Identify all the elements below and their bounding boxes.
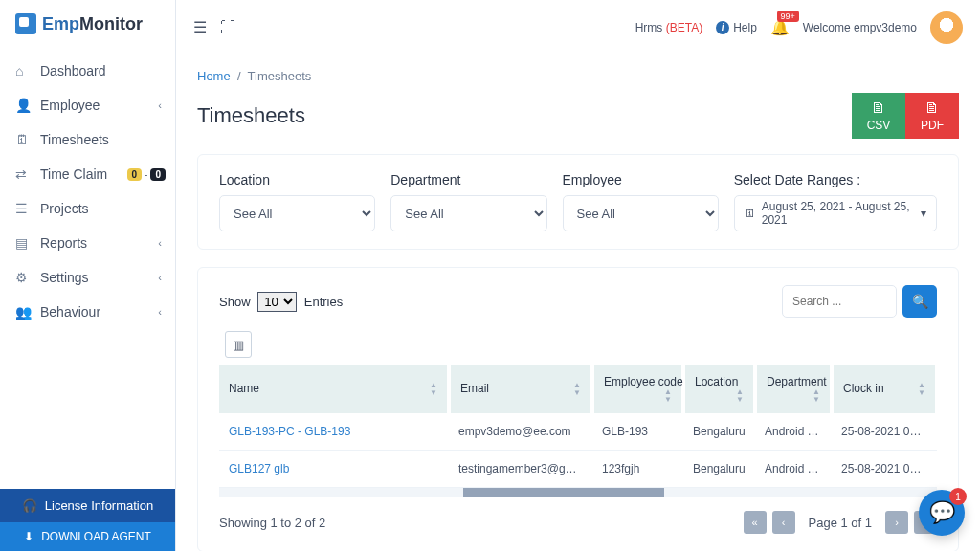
sort-icon: ▲▼ bbox=[918, 382, 925, 397]
filter-department: Department See All bbox=[390, 172, 546, 231]
notification-badge: 99+ bbox=[777, 11, 799, 22]
filters-card: Location See All Department See All Empl… bbox=[197, 154, 959, 250]
cell-code: 123fgjh bbox=[592, 451, 683, 488]
sidebar-item-reports[interactable]: ▤Reports‹ bbox=[0, 226, 175, 260]
employee-link[interactable]: GLB-193-PC - GLB-193 bbox=[229, 425, 350, 438]
sidebar-item-time-claim[interactable]: ⇄Time Claim0-0 bbox=[0, 157, 175, 191]
notification-bell[interactable]: 🔔 99+ bbox=[770, 18, 790, 36]
nav-label: Timesheets bbox=[40, 132, 109, 147]
column-header[interactable]: Clock in▲▼ bbox=[832, 365, 937, 413]
sort-icon: ▲▼ bbox=[573, 382, 581, 397]
nav-icon: ⌂ bbox=[15, 63, 31, 78]
nav-label: Employee bbox=[40, 98, 100, 113]
chevron-left-icon: ‹ bbox=[158, 99, 162, 111]
chevron-down-icon: ▾ bbox=[921, 207, 926, 220]
chevron-left-icon: ‹ bbox=[158, 306, 162, 318]
table-wrap: Name▲▼Email▲▼Employee code▲▼Location▲▼De… bbox=[219, 365, 937, 497]
pager-first[interactable]: « bbox=[744, 511, 767, 534]
cell-location: Bengaluru bbox=[683, 413, 755, 451]
page-size-select[interactable]: 10 bbox=[257, 292, 297, 312]
brand-text-monitor: Monitor bbox=[79, 14, 143, 33]
chevron-left-icon: ‹ bbox=[158, 272, 162, 283]
file-icon: 🗎 bbox=[924, 99, 940, 117]
calendar-icon: 🗓 bbox=[745, 207, 756, 220]
menu-toggle-icon[interactable]: ☰ bbox=[193, 18, 207, 36]
download-icon: ⬇ bbox=[24, 530, 33, 543]
employee-link[interactable]: GLB127 glb bbox=[229, 462, 289, 475]
filter-employee-select[interactable]: See All bbox=[563, 195, 719, 231]
column-header[interactable]: Email▲▼ bbox=[449, 365, 592, 413]
date-range-picker[interactable]: 🗓 August 25, 2021 - August 25, 2021 ▾ bbox=[734, 195, 937, 231]
license-info-button[interactable]: 🎧 License Information bbox=[0, 489, 175, 522]
filter-employee: Employee See All bbox=[563, 172, 719, 231]
nav-icon: ▤ bbox=[15, 235, 31, 251]
filter-department-select[interactable]: See All bbox=[390, 195, 546, 231]
chat-badge: 1 bbox=[949, 488, 967, 505]
sort-icon: ▲▼ bbox=[664, 388, 672, 404]
column-header[interactable]: Employee code▲▼ bbox=[592, 365, 683, 413]
column-header[interactable]: Location▲▼ bbox=[683, 365, 755, 413]
sidebar-item-settings[interactable]: ⚙Settings‹ bbox=[0, 260, 175, 295]
nav-icon: ⚙ bbox=[15, 270, 31, 285]
sidebar-item-employee[interactable]: 👤Employee‹ bbox=[0, 88, 175, 122]
export-buttons: 🗎 CSV 🗎 PDF bbox=[852, 93, 959, 139]
nav-label: Time Claim bbox=[40, 166, 107, 182]
filter-location-label: Location bbox=[219, 172, 375, 187]
nav-icon: ☰ bbox=[15, 201, 31, 216]
hrms-link[interactable]: Hrms (BETA) bbox=[635, 21, 702, 34]
pager-next[interactable]: › bbox=[885, 511, 908, 534]
table-row: GLB127 glbtestingamember3@gmail.com123fg… bbox=[219, 451, 937, 488]
nav-icon: 🗓 bbox=[15, 132, 31, 147]
filter-department-label: Department bbox=[390, 172, 546, 187]
nav-label: Behaviour bbox=[40, 304, 100, 320]
page-title: Timesheets bbox=[197, 103, 852, 128]
column-header[interactable]: Department▲▼ bbox=[755, 365, 832, 413]
list-card: Show 10 Entries 🔍 ▥ bbox=[197, 267, 959, 551]
welcome-text: Welcome empv3demo bbox=[803, 21, 917, 34]
table-row: GLB-193-PC - GLB-193empv3demo@ee.comGLB-… bbox=[219, 413, 937, 451]
badge: 0 bbox=[150, 168, 166, 181]
sort-icon: ▲▼ bbox=[736, 388, 744, 404]
sidebar-item-timesheets[interactable]: 🗓Timesheets bbox=[0, 122, 175, 157]
column-header[interactable]: Name▲▼ bbox=[219, 365, 449, 413]
brand-logo[interactable]: EmpMonitor bbox=[0, 0, 175, 48]
avatar[interactable] bbox=[930, 11, 963, 44]
timesheets-table: Name▲▼Email▲▼Employee code▲▼Location▲▼De… bbox=[219, 365, 937, 488]
cell-email: testingamember3@gmail.com bbox=[449, 451, 592, 488]
cell-name: GLB127 glb bbox=[219, 451, 449, 488]
filter-date-label: Select Date Ranges : bbox=[734, 172, 937, 187]
filter-date-range: Select Date Ranges : 🗓 August 25, 2021 -… bbox=[734, 172, 937, 231]
fullscreen-icon[interactable]: ⛶ bbox=[220, 19, 235, 36]
nav-label: Dashboard bbox=[40, 63, 106, 78]
cell-name: GLB-193-PC - GLB-193 bbox=[219, 413, 449, 451]
download-agent-button[interactable]: ⬇ DOWNLOAD AGENT bbox=[0, 522, 175, 551]
columns-icon: ▥ bbox=[233, 338, 244, 352]
export-csv-button[interactable]: 🗎 CSV bbox=[852, 93, 905, 139]
nav-label: Projects bbox=[40, 201, 89, 216]
help-link[interactable]: i Help bbox=[716, 21, 757, 34]
breadcrumb-current: Timesheets bbox=[248, 69, 312, 83]
sidebar: EmpMonitor ⌂Dashboard👤Employee‹🗓Timeshee… bbox=[0, 0, 176, 551]
download-agent-label: DOWNLOAD AGENT bbox=[41, 530, 151, 543]
export-pdf-button[interactable]: 🗎 PDF bbox=[905, 93, 959, 139]
filter-location: Location See All bbox=[219, 172, 375, 231]
cell-code: GLB-193 bbox=[592, 413, 683, 451]
sidebar-item-behaviour[interactable]: 👥Behaviour‹ bbox=[0, 295, 175, 329]
sidebar-item-dashboard[interactable]: ⌂Dashboard bbox=[0, 54, 175, 88]
pager-prev[interactable]: ‹ bbox=[772, 511, 795, 534]
search-button[interactable]: 🔍 bbox=[902, 285, 937, 318]
sidebar-item-projects[interactable]: ☰Projects bbox=[0, 191, 175, 226]
cell-department: Android Team bbox=[755, 413, 832, 451]
column-toggle-button[interactable]: ▥ bbox=[225, 331, 252, 358]
show-entries: Show 10 Entries bbox=[219, 292, 343, 312]
chevron-left-icon: ‹ bbox=[158, 237, 162, 249]
sidebar-nav: ⌂Dashboard👤Employee‹🗓Timesheets⇄Time Cla… bbox=[0, 48, 175, 489]
filter-location-select[interactable]: See All bbox=[219, 195, 375, 231]
breadcrumb-home[interactable]: Home bbox=[197, 69, 231, 83]
horizontal-scrollbar[interactable] bbox=[219, 488, 937, 497]
chat-fab[interactable]: 💬 1 bbox=[919, 490, 965, 536]
search-input[interactable] bbox=[782, 285, 897, 318]
chat-icon: 💬 bbox=[929, 500, 955, 525]
sort-icon: ▲▼ bbox=[813, 388, 820, 404]
license-info-label: License Information bbox=[45, 498, 153, 513]
